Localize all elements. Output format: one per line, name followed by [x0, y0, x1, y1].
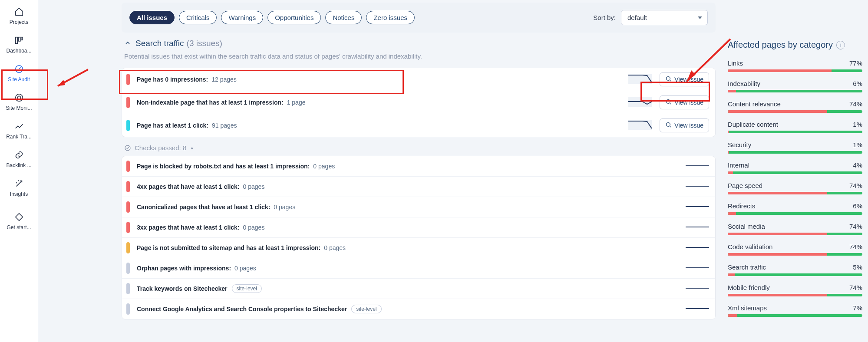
category-bar	[728, 110, 862, 113]
filter-criticals[interactable]: Criticals	[179, 11, 217, 24]
home-icon	[14, 7, 24, 16]
issue-pages: 0 pages	[274, 204, 295, 210]
issue-row[interactable]: Canonicalized pages that have at least 1…	[122, 197, 715, 217]
category-bar	[728, 314, 862, 317]
section-header[interactable]: Search traffic (3 issues)	[124, 39, 716, 48]
issue-pages: 0 pages	[324, 244, 346, 251]
nav-divider	[6, 205, 32, 205]
zero-issues-list: Page is blocked by robots.txt and has at…	[122, 156, 716, 319]
issue-title: Page is not submitted to sitemap and has…	[137, 244, 320, 251]
nav-projects[interactable]: Projects	[2, 3, 36, 29]
nav-rank-tracker[interactable]: Rank Tra...	[2, 117, 36, 143]
issue-row[interactable]: Page is blocked by robots.txt and has at…	[122, 156, 715, 176]
severity-indicator	[126, 161, 130, 172]
category-name: Duplicate content	[728, 121, 778, 128]
view-issue-button[interactable]: View issue	[660, 118, 709, 132]
category-row[interactable]: Code validation 74%	[728, 243, 862, 256]
category-row[interactable]: Content relevance 74%	[728, 100, 862, 113]
severity-indicator	[126, 222, 130, 233]
issue-pages: 1 page	[287, 99, 306, 106]
category-pct: 74%	[849, 100, 862, 108]
wand-icon	[14, 179, 24, 188]
issue-row[interactable]: 3xx pages that have at least 1 click: 0 …	[122, 217, 715, 237]
category-row[interactable]: Page speed 74%	[728, 182, 862, 194]
category-row[interactable]: Internal 4%	[728, 161, 862, 174]
sort-select[interactable]: default	[621, 10, 708, 25]
checks-passed-toggle[interactable]: Checks passed: 8 ▲	[124, 144, 716, 151]
view-issue-button[interactable]: View issue	[660, 95, 709, 109]
view-issue-label: View issue	[674, 99, 703, 106]
category-pct: 7%	[853, 304, 862, 312]
category-row[interactable]: Links 77%	[728, 59, 862, 72]
nav-label: Site Audit	[8, 76, 30, 82]
severity-indicator	[126, 74, 130, 85]
sort-label: Sort by:	[593, 14, 616, 21]
view-issue-button[interactable]: View issue	[660, 72, 709, 86]
category-pct: 74%	[849, 182, 862, 189]
severity-indicator	[126, 201, 130, 213]
issue-row[interactable]: Connect Google Analytics and Search Cons…	[122, 299, 715, 319]
severity-indicator	[126, 242, 130, 253]
issue-title: 4xx pages that have at least 1 click:	[137, 183, 240, 190]
nav-label: Insights	[10, 191, 28, 197]
category-bar	[728, 131, 862, 133]
search-icon	[665, 76, 672, 83]
category-row[interactable]: Search traffic 5%	[728, 263, 862, 276]
filter-opportunities[interactable]: Opportunities	[267, 11, 321, 24]
nav-site-monitor[interactable]: Site Moni...	[2, 89, 36, 115]
category-row[interactable]: Security 1%	[728, 141, 862, 154]
filter-notices[interactable]: Notices	[325, 11, 362, 24]
nav-get-started[interactable]: Get start...	[2, 208, 36, 234]
filter-warnings[interactable]: Warnings	[221, 11, 263, 24]
filter-zero-issues[interactable]: Zero issues	[366, 11, 415, 24]
dashboard-icon	[14, 36, 24, 45]
issue-row[interactable]: Non-indexable page that has at least 1 i…	[122, 91, 715, 114]
issue-title: Orphan pages with impressions:	[137, 265, 231, 272]
checks-passed-label: Checks passed: 8	[135, 144, 186, 151]
category-row[interactable]: Social media 74%	[728, 223, 862, 235]
category-pct: 5%	[853, 263, 862, 271]
issue-row[interactable]: Orphan pages with impressions: 0 pages	[122, 258, 715, 278]
category-row[interactable]: Indexability 6%	[728, 80, 862, 92]
filter-all-issues[interactable]: All issues	[129, 11, 175, 24]
category-bar	[728, 69, 862, 72]
category-pct: 6%	[853, 80, 862, 87]
issue-row[interactable]: Page has 0 impressions: 12 pages View is…	[122, 68, 715, 91]
nav-label: Get start...	[7, 224, 31, 230]
search-icon	[665, 99, 672, 106]
info-icon[interactable]: i	[836, 41, 845, 49]
category-bar	[728, 151, 862, 154]
svg-point-5	[17, 96, 20, 99]
category-name: Social media	[728, 223, 765, 230]
nav-backlink[interactable]: Backlink ...	[2, 146, 36, 172]
svg-rect-2	[21, 37, 23, 40]
category-bar	[728, 233, 862, 235]
issue-row[interactable]: Track keywords on Sitechecker site-level	[122, 278, 715, 299]
search-icon	[665, 122, 672, 129]
category-bar	[728, 253, 862, 256]
nav-label: Rank Tra...	[6, 134, 32, 140]
severity-indicator	[126, 263, 130, 274]
trend-icon	[14, 122, 24, 131]
category-name: Redirects	[728, 202, 755, 210]
category-bar	[728, 192, 862, 194]
issue-title: 3xx pages that have at least 1 click:	[137, 224, 240, 231]
issue-pages: 12 pages	[211, 76, 237, 83]
nav-site-audit[interactable]: Site Audit	[2, 60, 36, 86]
speed-icon	[14, 64, 24, 74]
svg-point-13	[667, 123, 670, 127]
category-name: Mobile friendly	[728, 284, 770, 291]
category-row[interactable]: Duplicate content 1%	[728, 121, 862, 133]
category-row[interactable]: Mobile friendly 74%	[728, 284, 862, 296]
category-row[interactable]: Xml sitemaps 7%	[728, 304, 862, 317]
issue-title: Track keywords on Sitechecker	[137, 285, 228, 292]
nav-dashboard[interactable]: Dashboa...	[2, 31, 36, 57]
chevron-up-icon	[124, 39, 131, 48]
issue-row[interactable]: 4xx pages that have at least 1 click: 0 …	[122, 176, 715, 197]
nav-insights[interactable]: Insights	[2, 174, 36, 201]
category-pct: 4%	[853, 161, 862, 169]
issue-row[interactable]: Page is not submitted to sitemap and has…	[122, 237, 715, 258]
svg-rect-1	[18, 37, 20, 41]
issue-row[interactable]: Page has at least 1 click: 91 pages View…	[122, 114, 715, 137]
category-row[interactable]: Redirects 6%	[728, 202, 862, 215]
